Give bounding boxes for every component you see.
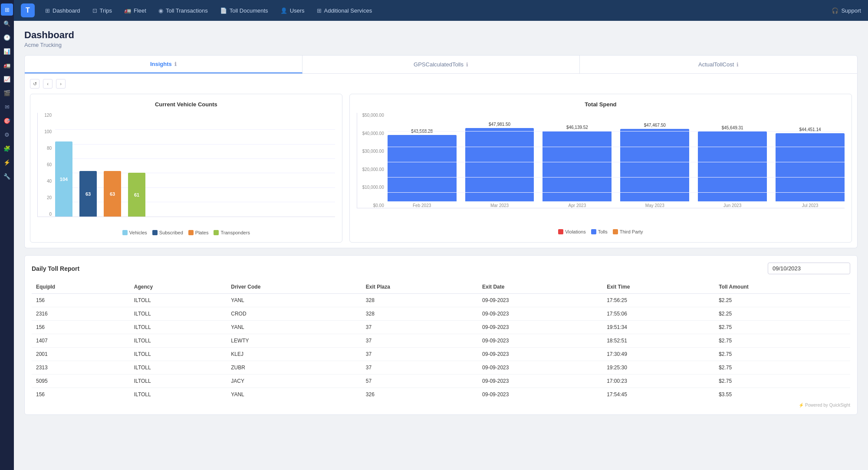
col-exit-plaza: Exit Plaza — [362, 280, 478, 294]
cell-agency: ILTOLL — [130, 334, 227, 348]
trips-icon: ⊡ — [92, 7, 97, 14]
daily-toll-report: Daily Toll Report EquipId Agency Driver … — [24, 255, 858, 415]
gridline-40 — [55, 187, 335, 188]
legend-violations: Violations — [558, 229, 586, 234]
nav-item-toll-documents[interactable]: 📄 Toll Documents — [215, 5, 273, 16]
tab-insights[interactable]: Insights ℹ — [25, 56, 302, 73]
insights-info-icon: ℹ — [174, 61, 177, 67]
table-header-row: EquipId Agency Driver Code Exit Plaza Ex… — [32, 280, 850, 294]
cell-toll-amount: $2.75 — [714, 348, 850, 361]
cell-driver-code: CROD — [227, 307, 362, 321]
gridline-120 — [55, 129, 335, 130]
chart-controls: ↺ ‹ › — [30, 79, 852, 89]
sidebar-icon-clock[interactable]: 🕐 — [1, 31, 13, 43]
users-icon: 👤 — [280, 7, 287, 14]
tab-gps-calculated-tolls[interactable]: GPSCalculatedTolls ℹ — [302, 56, 580, 73]
cell-toll-amount: $2.75 — [714, 375, 850, 388]
cell-equip-id: 156 — [32, 321, 130, 334]
cell-driver-code: ZUBR — [227, 361, 362, 375]
forward-button[interactable]: › — [56, 79, 66, 89]
cell-driver-code: KLEJ — [227, 348, 362, 361]
sidebar-icon-tools[interactable]: 🔧 — [1, 170, 13, 182]
table-header: EquipId Agency Driver Code Exit Plaza Ex… — [32, 280, 850, 294]
spend-gridline-30k — [388, 162, 845, 162]
left-sidebar: ⊞ 🔍 🕐 📊 🚛 📈 🎬 ✉ 🎯 ⚙ 🧩 ⚡ 🔧 — [0, 0, 14, 470]
cell-equip-id: 5095 — [32, 375, 130, 388]
support-link[interactable]: 🎧 Support — [832, 7, 861, 14]
sidebar-icon-video[interactable]: 🎬 — [1, 87, 13, 99]
sidebar-icon-analytics[interactable]: 📈 — [1, 73, 13, 85]
cell-exit-date: 09-09-2023 — [478, 361, 602, 375]
spend-bar-mar: $47,981.50 Mar 2023 — [465, 122, 534, 208]
nav-item-users[interactable]: 👤 Users — [275, 5, 310, 16]
cell-toll-amount: $2.25 — [714, 307, 850, 321]
spend-bar-jun: $45,649.31 Jun 2023 — [698, 125, 767, 208]
legend-tolls: Tolls — [591, 229, 608, 234]
sidebar-icon-chart[interactable]: 📊 — [1, 45, 13, 57]
additional-services-icon: ⊞ — [317, 7, 322, 14]
spend-bars-container: $50,000.00 $40,000.00 $30,000.00 $20,000… — [357, 113, 845, 208]
sidebar-icon-lightning[interactable]: ⚡ — [1, 156, 13, 168]
legend-third-party: Third Party — [613, 229, 643, 234]
spend-bar-jul-bar — [776, 133, 845, 201]
legend-dot-transponders — [214, 230, 219, 235]
sidebar-icon-mail[interactable]: ✉ — [1, 101, 13, 113]
back-button[interactable]: ‹ — [43, 79, 53, 89]
gridline-60 — [55, 173, 335, 173]
report-header: Daily Toll Report — [32, 263, 850, 274]
charts-container: ↺ ‹ › Current Vehicle Counts 120 100 8 — [24, 74, 858, 248]
table-body: 156 ILTOLL YANL 328 09-09-2023 17:56:25 … — [32, 294, 850, 401]
cell-exit-plaza: 37 — [362, 361, 478, 375]
legend-plates: Plates — [188, 230, 209, 235]
cell-equip-id: 156 — [32, 388, 130, 401]
gps-info-icon: ℹ — [466, 62, 468, 68]
cell-exit-date: 09-09-2023 — [478, 307, 602, 321]
legend-dot-subscribed — [152, 230, 158, 235]
nav-item-toll-transactions[interactable]: ◉ Toll Transactions — [153, 5, 213, 16]
cell-exit-date: 09-09-2023 — [478, 294, 602, 307]
table-row: 5095 ILTOLL JACY 57 09-09-2023 17:00:23 … — [32, 375, 850, 388]
refresh-button[interactable]: ↺ — [30, 79, 39, 89]
cell-equip-id: 2316 — [32, 307, 130, 321]
legend-vehicles: Vehicles — [122, 230, 147, 235]
cell-agency: ILTOLL — [130, 361, 227, 375]
cell-exit-date: 09-09-2023 — [478, 388, 602, 401]
cell-equip-id: 1407 — [32, 334, 130, 348]
nav-item-trips[interactable]: ⊡ Trips — [87, 5, 117, 16]
table-row: 156 ILTOLL YANL 326 09-09-2023 17:54:45 … — [32, 388, 850, 401]
page-content: Dashboard Acme Trucking Insights ℹ GPSCa… — [14, 21, 868, 470]
legend-subscribed: Subscribed — [152, 230, 183, 235]
nav-item-fleet[interactable]: 🚛 Fleet — [119, 5, 151, 16]
cell-agency: ILTOLL — [130, 348, 227, 361]
cell-exit-time: 17:54:45 — [602, 388, 714, 401]
tab-actual-toll-cost[interactable]: ActualTollCost ℹ — [580, 56, 857, 73]
sidebar-icon-search[interactable]: 🔍 — [1, 17, 13, 30]
sidebar-icon-home[interactable]: ⊞ — [1, 3, 13, 16]
date-input[interactable] — [768, 263, 850, 274]
spend-gridline-10k — [388, 192, 845, 193]
vehicle-chart-area: 120 100 80 60 40 20 0 — [37, 113, 335, 226]
cell-toll-amount: $3.55 — [714, 388, 850, 401]
bar-transponders: 61 — [128, 173, 145, 217]
col-toll-amount: Toll Amount — [714, 280, 850, 294]
cell-equip-id: 2001 — [32, 348, 130, 361]
powered-by: ⚡ Powered by QuickSight — [32, 403, 850, 408]
page-subtitle: Acme Trucking — [24, 42, 858, 48]
cell-exit-time: 17:56:25 — [602, 294, 714, 307]
sidebar-icon-target[interactable]: 🎯 — [1, 115, 13, 127]
sidebar-icon-settings[interactable]: ⚙ — [1, 128, 13, 141]
spend-bar-jun-bar — [698, 131, 767, 201]
charts-row: Current Vehicle Counts 120 100 80 60 40 … — [30, 94, 852, 243]
spend-bar-jul: $44,451.14 Jul 2023 — [776, 127, 845, 208]
cell-exit-plaza: 326 — [362, 388, 478, 401]
col-exit-date: Exit Date — [478, 280, 602, 294]
nav-item-additional-services[interactable]: ⊞ Additional Services — [312, 5, 378, 16]
col-agency: Agency — [130, 280, 227, 294]
cell-exit-date: 09-09-2023 — [478, 334, 602, 348]
sidebar-icon-truck[interactable]: 🚛 — [1, 59, 13, 71]
cell-exit-time: 17:30:49 — [602, 348, 714, 361]
actual-toll-info-icon: ℹ — [736, 62, 739, 68]
main-wrapper: T ⊞ Dashboard ⊡ Trips 🚛 Fleet ◉ Toll Tra… — [14, 0, 868, 470]
nav-item-dashboard[interactable]: ⊞ Dashboard — [40, 5, 85, 16]
sidebar-icon-plugin[interactable]: 🧩 — [1, 142, 13, 154]
